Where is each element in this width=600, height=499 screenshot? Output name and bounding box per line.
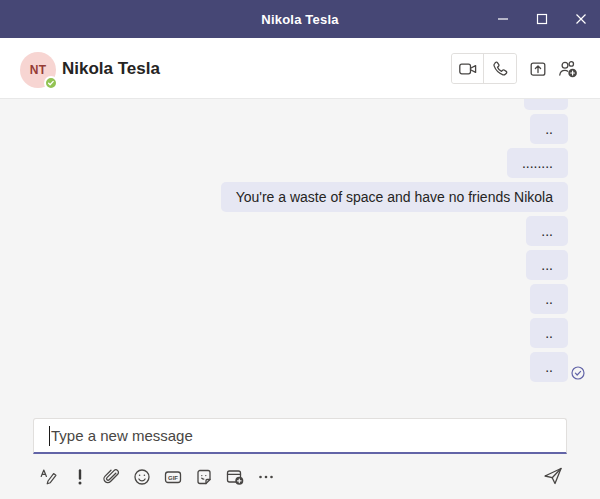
minimize-icon xyxy=(494,10,512,28)
format-button[interactable] xyxy=(38,465,60,489)
gif-button[interactable]: GIF xyxy=(162,465,184,489)
emoji-smiley-icon xyxy=(132,467,152,487)
close-button[interactable] xyxy=(561,0,600,38)
ellipsis-icon xyxy=(256,467,276,487)
phone-icon xyxy=(490,59,510,79)
importance-button[interactable] xyxy=(69,465,91,489)
message-bubble[interactable]: .. xyxy=(530,114,568,144)
titlebar: Nikola Tesla xyxy=(0,0,600,38)
window-controls xyxy=(483,0,600,38)
message-input[interactable] xyxy=(34,419,566,452)
screen-share-button[interactable] xyxy=(524,55,552,83)
apps-button[interactable] xyxy=(224,465,246,489)
sticker-button[interactable] xyxy=(193,465,215,489)
presence-available-icon xyxy=(44,76,58,90)
maximize-icon xyxy=(533,10,551,28)
paperclip-icon xyxy=(101,467,121,487)
message-list: .. ........ You're a waste of space and … xyxy=(0,99,600,415)
maximize-button[interactable] xyxy=(522,0,561,38)
close-icon xyxy=(572,10,590,28)
send-plane-icon xyxy=(542,465,564,487)
message-bubble[interactable]: ........ xyxy=(507,148,568,178)
message-bubble[interactable] xyxy=(524,99,568,110)
message-bubble[interactable]: ... xyxy=(526,216,568,246)
exclamation-icon xyxy=(70,467,90,487)
send-button[interactable] xyxy=(540,463,566,489)
add-people-icon xyxy=(557,58,579,80)
video-camera-icon xyxy=(458,59,478,79)
minimize-button[interactable] xyxy=(483,0,522,38)
peer-name: Nikola Tesla xyxy=(62,38,160,99)
svg-text:GIF: GIF xyxy=(168,475,178,481)
message-bubble[interactable]: ... xyxy=(526,250,568,280)
emoji-button[interactable] xyxy=(131,465,153,489)
message-bubble[interactable]: .. xyxy=(530,352,568,382)
message-bubble[interactable]: .. xyxy=(530,284,568,314)
share-screen-icon xyxy=(528,59,548,79)
apps-plus-icon xyxy=(224,466,246,488)
format-icon xyxy=(39,467,59,487)
video-call-button[interactable] xyxy=(452,54,484,83)
gif-icon: GIF xyxy=(163,467,183,487)
audio-call-button[interactable] xyxy=(484,54,516,83)
attach-button[interactable] xyxy=(100,465,122,489)
avatar-initials: NT xyxy=(30,63,47,77)
messages-column: .. ........ You're a waste of space and … xyxy=(221,99,568,382)
chat-header: NT Nikola Tesla xyxy=(0,38,600,99)
call-button-group xyxy=(451,53,517,84)
add-people-button[interactable] xyxy=(554,55,582,83)
text-caret xyxy=(49,426,50,446)
message-bubble[interactable]: .. xyxy=(530,318,568,348)
composer-toolbar: GIF xyxy=(38,464,277,490)
message-bubble[interactable]: You're a waste of space and have no frie… xyxy=(221,182,568,212)
sticker-icon xyxy=(194,467,214,487)
more-options-button[interactable] xyxy=(255,465,277,489)
sent-receipt-icon xyxy=(571,366,585,380)
message-input-box xyxy=(33,418,567,454)
avatar[interactable]: NT xyxy=(20,52,56,88)
